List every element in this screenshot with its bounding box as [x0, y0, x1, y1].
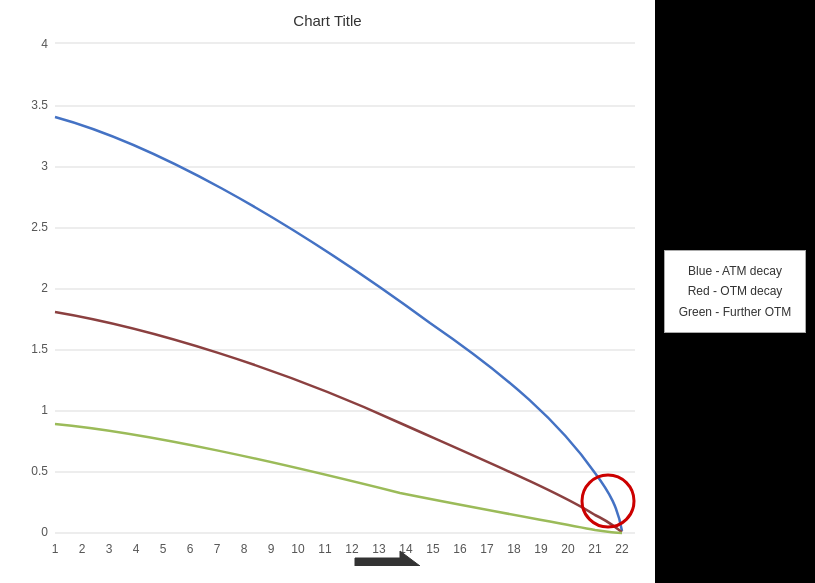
svg-text:2: 2 — [79, 542, 86, 556]
svg-text:22: 22 — [615, 542, 629, 556]
svg-text:6: 6 — [187, 542, 194, 556]
svg-text:4: 4 — [133, 542, 140, 556]
svg-text:16: 16 — [453, 542, 467, 556]
legend-green: Green - Further OTM — [679, 302, 792, 322]
svg-text:10: 10 — [291, 542, 305, 556]
svg-text:13: 13 — [372, 542, 386, 556]
chart-container: 0 0.5 1 1.5 2 2.5 3 3.5 4 1 2 3 4 5 6 7 … — [0, 33, 655, 566]
svg-text:18: 18 — [507, 542, 521, 556]
svg-text:0: 0 — [41, 525, 48, 539]
svg-text:2: 2 — [41, 281, 48, 295]
legend-blue: Blue - ATM decay — [679, 261, 792, 281]
svg-text:8: 8 — [241, 542, 248, 556]
svg-text:3: 3 — [41, 159, 48, 173]
legend-box: Blue - ATM decay Red - OTM decay Green -… — [664, 250, 807, 333]
svg-text:7: 7 — [214, 542, 221, 556]
svg-text:3.5: 3.5 — [31, 98, 48, 112]
svg-text:19: 19 — [534, 542, 548, 556]
svg-text:20: 20 — [561, 542, 575, 556]
legend-area: Blue - ATM decay Red - OTM decay Green -… — [655, 0, 815, 583]
svg-text:12: 12 — [345, 542, 359, 556]
svg-text:17: 17 — [480, 542, 494, 556]
highlight-circle — [582, 475, 634, 527]
svg-text:2.5: 2.5 — [31, 220, 48, 234]
chart-area: Chart Title 0 0.5 1 1.5 2 2.5 3 3.5 — [0, 0, 655, 583]
svg-text:9: 9 — [268, 542, 275, 556]
svg-text:1: 1 — [52, 542, 59, 556]
svg-text:1: 1 — [41, 403, 48, 417]
svg-text:0.5: 0.5 — [31, 464, 48, 478]
svg-text:11: 11 — [318, 542, 332, 556]
svg-text:21: 21 — [588, 542, 602, 556]
chart-svg: 0 0.5 1 1.5 2 2.5 3 3.5 4 1 2 3 4 5 6 7 … — [0, 33, 655, 566]
svg-text:1.5: 1.5 — [31, 342, 48, 356]
svg-text:5: 5 — [160, 542, 167, 556]
chart-title: Chart Title — [0, 0, 655, 33]
legend-red: Red - OTM decay — [679, 281, 792, 301]
svg-text:3: 3 — [106, 542, 113, 556]
svg-text:4: 4 — [41, 37, 48, 51]
svg-text:15: 15 — [426, 542, 440, 556]
